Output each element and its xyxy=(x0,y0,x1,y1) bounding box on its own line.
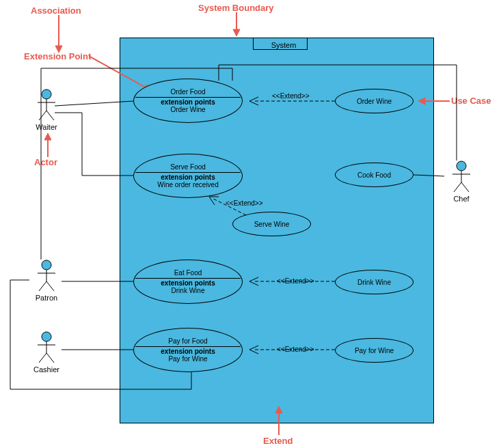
extend-label-4: <<Extend>> xyxy=(277,346,314,353)
extend-paywine-payfood xyxy=(0,0,501,448)
diagram-canvas: System Association System Boundary Exten… xyxy=(0,0,501,448)
